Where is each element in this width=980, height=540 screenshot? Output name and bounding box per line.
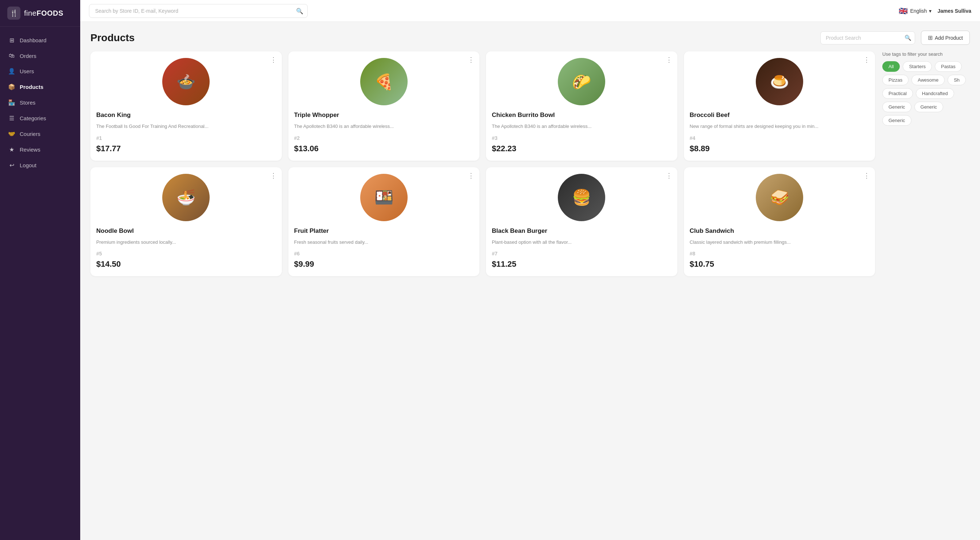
filter-tag-pastas[interactable]: Pastas	[935, 61, 962, 72]
card-menu-button[interactable]: ⋮	[863, 172, 870, 179]
filter-tag-handcrafted[interactable]: Handcrafted	[916, 88, 954, 99]
card-menu-button[interactable]: ⋮	[863, 57, 870, 63]
sidebar-label-products: Products	[20, 84, 43, 90]
card-number: #1	[96, 135, 102, 141]
filter-tag-starters[interactable]: Starters	[903, 61, 932, 72]
sidebar-item-logout[interactable]: ↩ Logout	[0, 157, 80, 173]
card-title: Triple Whopper	[294, 111, 339, 119]
card-title: Broccoli Beef	[690, 111, 730, 119]
sidebar-item-reviews[interactable]: ★ Reviews	[0, 142, 80, 157]
card-image: 🥪	[756, 174, 803, 221]
card-number: #2	[294, 135, 300, 141]
language-selector[interactable]: 🇬🇧 English ▾	[899, 6, 932, 15]
card-image: 🍔	[558, 174, 605, 221]
card-price: $8.89	[690, 144, 710, 153]
card-image-placeholder: 🍱	[360, 174, 407, 221]
product-card: ⋮ 🍱 Fruit Platter Fresh seasonal fruits …	[288, 167, 480, 276]
filter-tag-all[interactable]: All	[882, 61, 900, 72]
content-area: Products 🔍 ⊞ Add Product ⋮ 🍲	[80, 22, 980, 540]
card-number: #6	[294, 251, 300, 257]
add-product-button[interactable]: ⊞ Add Product	[921, 30, 970, 45]
card-description: Fresh seasonal fruits served daily...	[294, 239, 369, 246]
card-description: The Football Is Good For Training And Re…	[96, 123, 208, 130]
global-search-bar[interactable]: 🔍	[89, 4, 308, 18]
card-menu-button[interactable]: ⋮	[468, 172, 474, 179]
card-image-placeholder: 🍲	[162, 58, 210, 105]
sidebar-item-stores[interactable]: 🏪 Stores	[0, 95, 80, 110]
filter-tag-generic1[interactable]: Generic	[882, 102, 912, 112]
logo-icon: 🍴	[7, 6, 21, 20]
sidebar-label-categories: Categories	[20, 115, 46, 121]
sidebar-item-dashboard[interactable]: ⊞ Dashboard	[0, 32, 80, 48]
product-card: ⋮ 🍮 Broccoli Beef New range of formal sh…	[684, 51, 875, 161]
product-search-icon: 🔍	[905, 35, 912, 41]
filter-tag-pizzas[interactable]: Pizzas	[882, 75, 908, 85]
logout-icon: ↩	[8, 162, 15, 169]
filter-tag-practical[interactable]: Practical	[882, 88, 913, 99]
card-title: Chicken Burrito Bowl	[492, 111, 555, 119]
sidebar-item-orders[interactable]: 🛍 Orders	[0, 48, 80, 64]
card-title: Club Sandwich	[690, 227, 734, 235]
card-number: #5	[96, 251, 102, 257]
page-title: Products	[91, 32, 135, 44]
content-header-row: Products 🔍 ⊞ Add Product	[91, 30, 970, 45]
sidebar-label-users: Users	[20, 68, 34, 74]
sidebar-item-couriers[interactable]: 🤝 Couriers	[0, 126, 80, 142]
logo-text: fineFOODS	[24, 9, 64, 17]
sidebar-nav: ⊞ Dashboard 🛍 Orders 👤 Users 📦 Products …	[0, 27, 80, 540]
card-title: Fruit Platter	[294, 227, 329, 235]
card-menu-button[interactable]: ⋮	[270, 57, 277, 63]
card-number: #4	[690, 135, 695, 141]
card-menu-button[interactable]: ⋮	[666, 57, 672, 63]
sidebar-item-categories[interactable]: ☰ Categories	[0, 110, 80, 126]
card-image-placeholder: 🍜	[162, 174, 210, 221]
card-title: Bacon King	[96, 111, 130, 119]
product-search-input[interactable]	[820, 31, 915, 44]
language-chevron-icon: ▾	[929, 8, 932, 14]
card-description: New range of formal shirts are designed …	[690, 123, 818, 130]
sidebar-label-reviews: Reviews	[20, 146, 40, 152]
sidebar-label-couriers: Couriers	[20, 131, 40, 137]
filter-tag-sh[interactable]: Sh	[948, 75, 966, 85]
stores-icon: 🏪	[8, 99, 15, 106]
plus-icon: ⊞	[928, 34, 932, 41]
product-card: ⋮ 🥪 Club Sandwich Classic layered sandwi…	[684, 167, 875, 276]
top-header: 🔍 🇬🇧 English ▾ James Sulliva	[80, 0, 980, 22]
card-image-placeholder: 🍮	[756, 58, 803, 105]
card-price: $14.50	[96, 259, 121, 269]
product-card: ⋮ 🍜 Noodle Bowl Premium ingredients sour…	[91, 167, 282, 276]
product-card: ⋮ 🍕 Triple Whopper The Apollotech B340 i…	[288, 51, 480, 161]
global-search-input[interactable]	[89, 4, 308, 18]
card-price: $11.25	[492, 259, 516, 269]
filter-tag-generic2[interactable]: Generic	[915, 102, 943, 112]
card-menu-button[interactable]: ⋮	[270, 172, 277, 179]
card-price: $9.99	[294, 259, 314, 269]
card-number: #3	[492, 135, 498, 141]
sidebar-label-orders: Orders	[20, 53, 37, 59]
product-search-bar[interactable]: 🔍	[820, 31, 915, 44]
reviews-icon: ★	[8, 146, 15, 153]
categories-icon: ☰	[8, 115, 15, 122]
sidebar-item-users[interactable]: 👤 Users	[0, 64, 80, 79]
card-menu-button[interactable]: ⋮	[666, 172, 672, 179]
card-image: 🍱	[360, 174, 407, 221]
card-description: Premium ingredients sourced locally...	[96, 239, 176, 246]
sidebar-item-products[interactable]: 📦 Products	[0, 79, 80, 95]
card-image-placeholder: 🍕	[360, 58, 407, 105]
users-icon: 👤	[8, 68, 15, 75]
add-product-label: Add Product	[935, 35, 963, 41]
language-label: English	[910, 8, 927, 14]
product-card: ⋮ 🍲 Bacon King The Football Is Good For …	[91, 51, 282, 161]
products-icon: 📦	[8, 83, 15, 91]
products-grid: ⋮ 🍲 Bacon King The Football Is Good For …	[91, 51, 875, 276]
flag-icon: 🇬🇧	[899, 6, 908, 15]
filter-tag-awesome[interactable]: Awesome	[912, 75, 945, 85]
card-number: #7	[492, 251, 498, 257]
dashboard-icon: ⊞	[8, 37, 15, 44]
global-search-button[interactable]: 🔍	[296, 7, 303, 14]
card-menu-button[interactable]: ⋮	[468, 57, 474, 63]
card-image: 🍮	[756, 58, 803, 105]
main-area: 🔍 🇬🇧 English ▾ James Sulliva Products 🔍 …	[80, 0, 980, 540]
filter-tag-generic3[interactable]: Generic	[882, 115, 912, 126]
product-card: ⋮ 🌮 Chicken Burrito Bowl The Apollotech …	[486, 51, 678, 161]
